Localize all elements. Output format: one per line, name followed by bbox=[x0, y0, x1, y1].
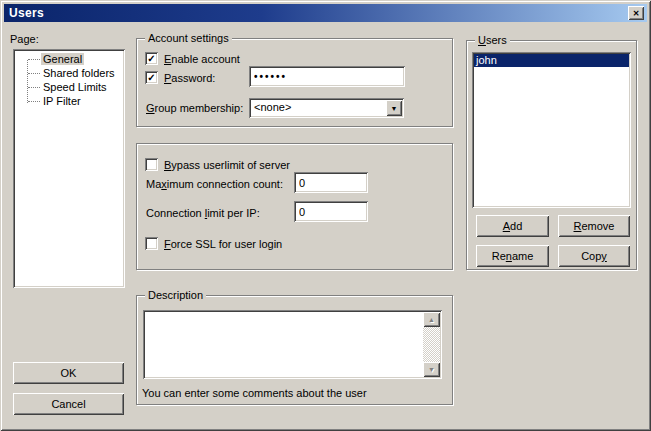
page-tree[interactable]: General Shared folders Speed Limits IP F… bbox=[13, 49, 125, 288]
account-settings-group: Account settings ✓ Enable account ✓ Pass… bbox=[136, 38, 453, 127]
group-membership-select[interactable]: <none> ▼ bbox=[249, 98, 404, 118]
connection-limits-group: Bypass userlimit of server Maximum conne… bbox=[136, 143, 453, 270]
users-group: Users john Add Remove Rename Copy bbox=[466, 40, 637, 270]
window-title: Users bbox=[9, 6, 44, 20]
max-connection-count-label: Maximum connection count: bbox=[146, 178, 283, 190]
users-dialog: Users ✕ Page: General Shared folders Spe… bbox=[0, 0, 651, 431]
users-listbox[interactable]: john bbox=[472, 52, 631, 208]
tree-branch-icon bbox=[28, 73, 40, 74]
scroll-up-icon[interactable]: ▲ bbox=[423, 312, 440, 327]
connection-limit-per-ip-input[interactable] bbox=[294, 201, 368, 222]
copy-user-button[interactable]: Copy bbox=[558, 245, 630, 267]
scroll-down-icon[interactable]: ▼ bbox=[423, 362, 440, 377]
add-user-button[interactable]: Add bbox=[476, 215, 549, 237]
password-row: ✓ Password: bbox=[145, 71, 215, 84]
title-bar[interactable]: Users ✕ bbox=[4, 4, 647, 22]
enable-account-row: ✓ Enable account bbox=[145, 52, 240, 65]
force-ssl-label: Force SSL for user login bbox=[164, 238, 282, 250]
description-scrollbar[interactable]: ▲ ▼ bbox=[423, 312, 440, 377]
users-group-title: Users bbox=[475, 34, 510, 47]
ok-button[interactable]: OK bbox=[13, 362, 124, 384]
force-ssl-checkbox[interactable] bbox=[145, 237, 158, 250]
close-icon: ✕ bbox=[633, 9, 640, 18]
tree-item-ip-filter[interactable]: IP Filter bbox=[13, 94, 125, 108]
description-hint: You can enter some comments about the us… bbox=[142, 387, 367, 399]
tree-item-label: Shared folders bbox=[41, 67, 117, 79]
page-label: Page: bbox=[10, 33, 39, 45]
rename-user-button[interactable]: Rename bbox=[476, 245, 549, 267]
tree-item-label: IP Filter bbox=[41, 95, 83, 107]
group-membership-value: <none> bbox=[254, 101, 291, 113]
account-settings-group-title: Account settings bbox=[145, 32, 232, 45]
tree-branch-icon bbox=[28, 59, 40, 60]
tree-branch-icon bbox=[28, 101, 40, 102]
tree-item-label: General bbox=[41, 53, 84, 65]
enable-account-checkbox[interactable]: ✓ bbox=[145, 52, 158, 65]
remove-user-button[interactable]: Remove bbox=[558, 215, 630, 237]
connection-limit-per-ip-label: Connection limit per IP: bbox=[146, 207, 260, 219]
bypass-userlimit-label: Bypass userlimit of server bbox=[164, 159, 290, 171]
user-name: john bbox=[476, 54, 497, 66]
password-input[interactable] bbox=[249, 66, 405, 87]
description-textarea-frame: ▲ ▼ bbox=[143, 310, 442, 379]
force-ssl-row: Force SSL for user login bbox=[145, 237, 282, 250]
checkmark-icon: ✓ bbox=[147, 52, 155, 65]
description-group: Description ▲ ▼ You can enter some comme… bbox=[136, 295, 453, 405]
bypass-userlimit-checkbox[interactable] bbox=[145, 158, 158, 171]
tree-item-speed-limits[interactable]: Speed Limits bbox=[13, 80, 125, 94]
max-connection-count-input[interactable] bbox=[294, 172, 368, 193]
group-membership-label: Group membership: bbox=[146, 102, 243, 114]
password-label: Password: bbox=[164, 72, 215, 84]
tree-item-general[interactable]: General bbox=[13, 52, 125, 66]
checkmark-icon: ✓ bbox=[147, 71, 155, 84]
description-textarea[interactable] bbox=[145, 312, 423, 377]
tree-item-shared-folders[interactable]: Shared folders bbox=[13, 66, 125, 80]
tree-branch-icon bbox=[28, 87, 40, 88]
close-button[interactable]: ✕ bbox=[628, 6, 644, 20]
enable-account-label: Enable account bbox=[164, 53, 240, 65]
bypass-userlimit-row: Bypass userlimit of server bbox=[145, 158, 290, 171]
user-list-item[interactable]: john bbox=[474, 54, 629, 67]
tree-item-label: Speed Limits bbox=[41, 81, 109, 93]
password-checkbox[interactable]: ✓ bbox=[145, 71, 158, 84]
description-group-title: Description bbox=[145, 289, 206, 302]
chevron-down-icon[interactable]: ▼ bbox=[386, 100, 402, 116]
cancel-button[interactable]: Cancel bbox=[13, 393, 124, 415]
